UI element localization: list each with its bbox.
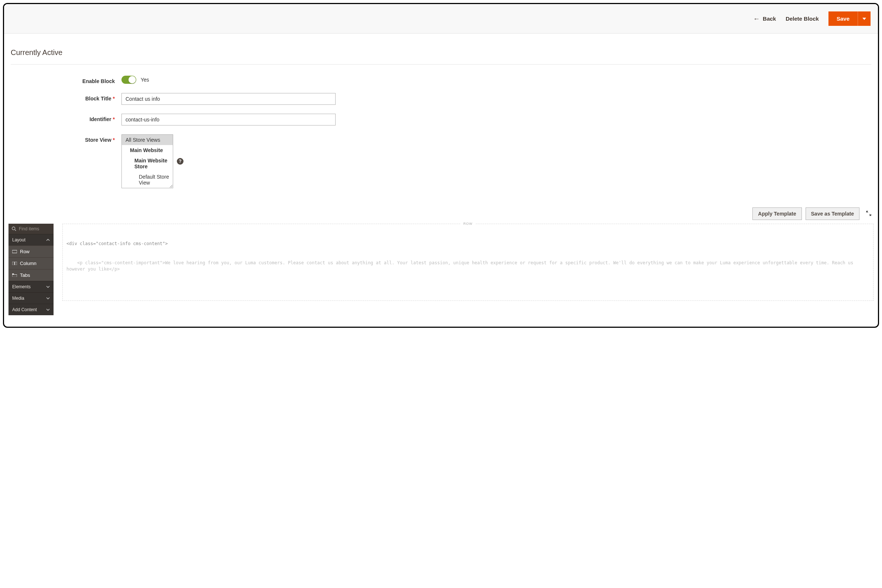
svg-line-1 — [15, 230, 16, 231]
panel-item-row[interactable]: Row — [9, 246, 54, 257]
block-title-input[interactable] — [122, 93, 336, 105]
identifier-input[interactable] — [122, 114, 336, 126]
panel-group-media[interactable]: Media — [9, 292, 54, 304]
block-title-row: Block Title* — [11, 93, 871, 105]
identifier-label: Identifier* — [11, 114, 122, 122]
page-builder: Layout Row Column Tabs Elements Media — [4, 224, 878, 320]
required-asterisk: * — [113, 116, 115, 122]
code-line: <div class="contact-info cms-content"> — [66, 241, 870, 247]
code-line: <p class="cms-content-important">We love… — [66, 260, 870, 273]
builder-stage-row[interactable]: ROW <div class="contact-info cms-content… — [62, 224, 873, 301]
column-icon — [12, 262, 17, 265]
identifier-row: Identifier* — [11, 114, 871, 126]
panel-search — [9, 224, 54, 234]
panel-group-elements[interactable]: Elements — [9, 281, 54, 292]
save-as-template-button[interactable]: Save as Template — [806, 207, 860, 220]
help-icon[interactable]: ? — [177, 158, 183, 165]
title-divider — [11, 64, 871, 64]
enable-block-label: Enable Block — [11, 76, 122, 84]
panel-search-input[interactable] — [19, 226, 51, 231]
store-view-select[interactable]: All Store Views Main Website Main Websit… — [122, 134, 173, 188]
caret-down-icon — [862, 17, 866, 21]
required-asterisk: * — [113, 137, 115, 143]
block-form: Enable Block Yes Block Title* Identifier… — [4, 76, 878, 188]
panel-item-column[interactable]: Column — [9, 257, 54, 269]
panel-item-tabs[interactable]: Tabs — [9, 269, 54, 281]
chevron-down-icon — [46, 285, 50, 289]
store-option-all[interactable]: All Store Views — [122, 135, 173, 145]
panel-group-add-content[interactable]: Add Content — [9, 304, 54, 315]
fullscreen-icon[interactable] — [866, 211, 871, 217]
component-panel: Layout Row Column Tabs Elements Media — [9, 224, 54, 315]
svg-point-0 — [12, 227, 15, 230]
enable-block-toggle[interactable] — [122, 76, 136, 84]
svg-rect-5 — [12, 274, 17, 277]
template-bar: Apply Template Save as Template — [4, 197, 878, 224]
arrow-left-icon: ← — [753, 15, 760, 22]
save-dropdown-button[interactable] — [858, 12, 870, 26]
svg-rect-2 — [12, 250, 17, 253]
store-option-store[interactable]: Main Website Store — [122, 155, 173, 172]
tabs-icon — [12, 273, 17, 277]
svg-rect-6 — [12, 273, 14, 274]
action-toolbar: ← Back Delete Block Save — [4, 4, 878, 34]
apply-template-button[interactable]: Apply Template — [752, 207, 801, 220]
back-button[interactable]: ← Back — [753, 15, 776, 22]
svg-rect-3 — [12, 262, 14, 265]
search-icon — [12, 226, 16, 231]
store-view-label: Store View* — [11, 134, 122, 143]
chevron-up-icon — [46, 238, 50, 242]
store-view-row: Store View* All Store Views Main Website… — [11, 134, 871, 188]
store-option-website[interactable]: Main Website — [122, 145, 173, 155]
chevron-down-icon — [46, 296, 50, 300]
page-title: Currently Active — [4, 34, 878, 61]
block-title-label: Block Title* — [11, 93, 122, 102]
panel-group-layout[interactable]: Layout — [9, 234, 54, 246]
chevron-down-icon — [46, 308, 50, 312]
stage-row-label: ROW — [460, 222, 476, 225]
row-icon — [12, 250, 17, 253]
store-option-view[interactable]: Default Store View — [122, 172, 173, 188]
required-asterisk: * — [113, 96, 115, 102]
content-preview: <div class="contact-info cms-content"> <… — [66, 228, 870, 286]
save-button[interactable]: Save — [828, 12, 858, 26]
delete-block-label: Delete Block — [786, 15, 819, 22]
save-button-label: Save — [837, 15, 849, 22]
back-button-label: Back — [763, 15, 776, 22]
enable-block-value: Yes — [141, 77, 149, 82]
delete-block-button[interactable]: Delete Block — [786, 15, 819, 22]
svg-rect-4 — [15, 262, 17, 265]
save-button-group: Save — [828, 12, 870, 26]
enable-block-row: Enable Block Yes — [11, 76, 871, 84]
